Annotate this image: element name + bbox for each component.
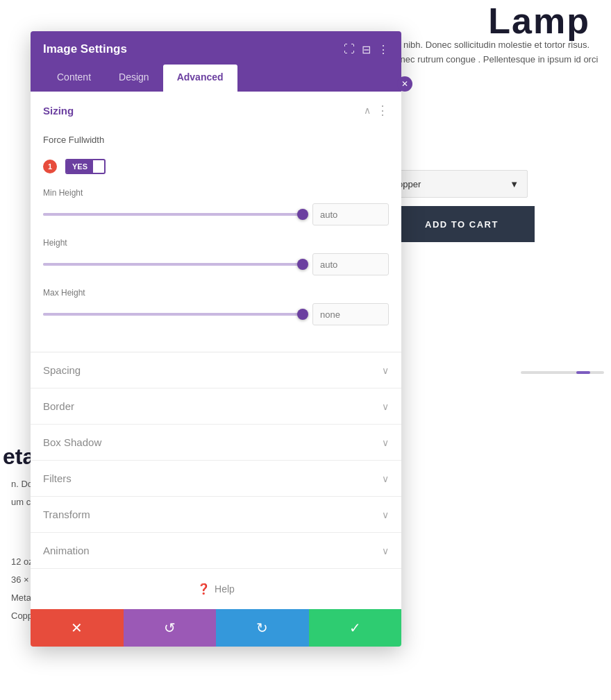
lamp-title: Lamp (488, 0, 590, 42)
help-label: Help (215, 583, 235, 595)
cancel-button[interactable]: ✕ (31, 609, 124, 647)
min-height-track[interactable] (43, 213, 303, 216)
modal-header: Image Settings ⛶ ⊟ ⋮ Content Design Adva… (31, 31, 401, 92)
sizing-dots-icon[interactable]: ⋮ (376, 103, 389, 118)
sizing-section-header[interactable]: Sizing ∧ ⋮ (31, 92, 401, 129)
product-controls: opper ▼ ADD TO CART (389, 170, 604, 242)
animation-chevron: ∨ (382, 545, 389, 556)
scrollbar-thumb[interactable] (576, 371, 590, 374)
box-shadow-label: Box Shadow (43, 436, 101, 448)
min-height-row: Min Height auto (43, 188, 389, 225)
sizing-section: Sizing ∧ ⋮ Force Fullwidth 1 YES (31, 92, 401, 352)
height-label: Height (43, 238, 389, 248)
modal-header-top: Image Settings ⛶ ⊟ ⋮ (43, 42, 389, 56)
modal-header-icons: ⛶ ⊟ ⋮ (344, 43, 389, 56)
background-close-button[interactable]: ✕ (397, 76, 412, 92)
max-height-track[interactable] (43, 313, 303, 316)
redo-button[interactable]: ↻ (216, 609, 309, 647)
toggle-row: 1 YES (43, 159, 389, 174)
max-height-row: Max Height none (43, 288, 389, 325)
sizing-header-right: ∧ ⋮ (364, 103, 389, 118)
box-shadow-section[interactable]: Box Shadow ∨ (31, 425, 401, 461)
border-label: Border (43, 400, 74, 412)
modal-tabs: Content Design Advanced (43, 65, 389, 92)
undo-button[interactable]: ↺ (124, 609, 217, 647)
max-height-value[interactable]: none (312, 303, 389, 325)
min-height-thumb[interactable] (297, 209, 308, 220)
transform-section[interactable]: Transform ∨ (31, 497, 401, 533)
sizing-title: Sizing (43, 105, 74, 117)
height-track[interactable] (43, 263, 303, 266)
add-to-cart-button[interactable]: ADD TO CART (389, 206, 535, 242)
save-icon: ✓ (349, 620, 361, 636)
product-dropdown[interactable]: opper ▼ (389, 170, 528, 198)
height-fill (43, 263, 303, 266)
image-settings-modal: Image Settings ⛶ ⊟ ⋮ Content Design Adva… (31, 31, 401, 647)
transform-label: Transform (43, 509, 90, 520)
modal-body: Sizing ∧ ⋮ Force Fullwidth 1 YES (31, 92, 401, 609)
sizing-header-left: Sizing (43, 105, 74, 117)
toggle-no[interactable] (93, 164, 104, 169)
cancel-icon: ✕ (71, 620, 83, 636)
max-height-input-row: none (43, 303, 389, 325)
height-value[interactable]: auto (312, 253, 389, 275)
background-eta: eta (0, 444, 35, 470)
help-icon: ❓ (197, 583, 210, 595)
fullwidth-toggle[interactable]: YES (65, 159, 106, 174)
expand-icon[interactable]: ⛶ (344, 43, 355, 56)
sizing-chevron-up[interactable]: ∧ (364, 105, 371, 116)
height-input-row: auto (43, 253, 389, 275)
filters-chevron: ∨ (382, 473, 389, 484)
min-height-fill (43, 213, 303, 216)
tab-advanced[interactable]: Advanced (163, 65, 237, 92)
select-row: opper ▼ (389, 170, 604, 198)
animation-label: Animation (43, 545, 90, 556)
filters-section[interactable]: Filters ∨ (31, 461, 401, 497)
height-thumb[interactable] (297, 259, 308, 270)
redo-icon: ↻ (256, 620, 268, 636)
background-text-block: tus nibh. Donec sollicitudin molestie et… (389, 38, 604, 67)
force-fullwidth-label: Force Fullwidth (43, 135, 104, 145)
more-options-icon[interactable]: ⋮ (378, 43, 389, 56)
scrollbar[interactable] (521, 371, 604, 374)
toggle-yes[interactable]: YES (67, 160, 93, 173)
border-chevron: ∨ (382, 401, 389, 412)
filters-label: Filters (43, 472, 72, 484)
sizing-content: Force Fullwidth 1 YES Min Height (31, 129, 401, 352)
spacing-chevron: ∨ (382, 365, 389, 376)
transform-chevron: ∨ (382, 509, 389, 520)
spacing-label: Spacing (43, 364, 81, 376)
lamp-title-area: Lamp (306, 0, 611, 35)
max-height-fill (43, 313, 303, 316)
help-row[interactable]: ❓ Help (31, 569, 401, 609)
spacing-section[interactable]: Spacing ∨ (31, 352, 401, 389)
save-button[interactable]: ✓ (309, 609, 402, 647)
max-height-thumb[interactable] (297, 309, 308, 320)
animation-section[interactable]: Animation ∨ (31, 533, 401, 569)
height-row: Height auto (43, 238, 389, 275)
tab-design[interactable]: Design (105, 65, 163, 92)
badge-number: 1 (43, 160, 57, 173)
max-height-label: Max Height (43, 288, 389, 298)
modal-title: Image Settings (43, 42, 127, 56)
tab-content[interactable]: Content (43, 65, 105, 92)
border-section[interactable]: Border ∨ (31, 389, 401, 425)
min-height-label: Min Height (43, 188, 389, 198)
box-shadow-chevron: ∨ (382, 437, 389, 448)
modal-footer: ✕ ↺ ↻ ✓ (31, 609, 401, 647)
min-height-input-row: auto (43, 203, 389, 225)
min-height-value[interactable]: auto (312, 203, 389, 225)
undo-icon: ↺ (164, 620, 176, 636)
force-fullwidth-row: Force Fullwidth (43, 135, 389, 145)
columns-icon[interactable]: ⊟ (362, 43, 371, 56)
